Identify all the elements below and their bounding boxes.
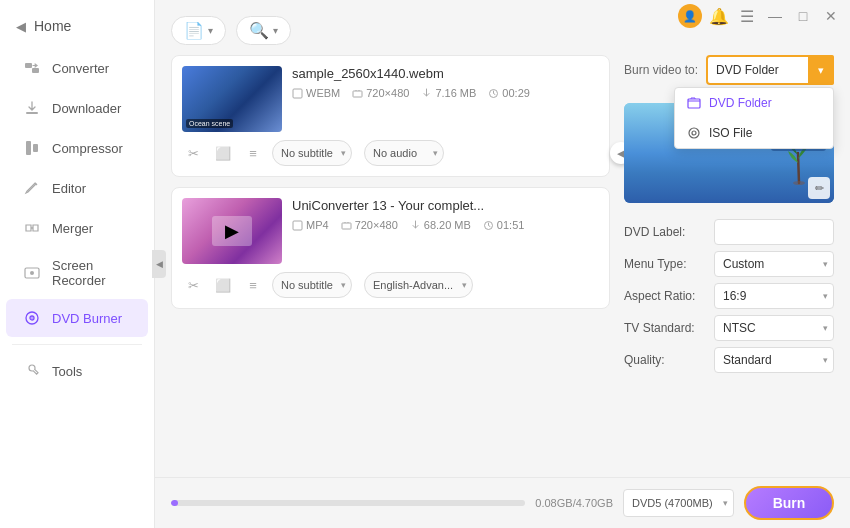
crop-icon-2[interactable]: ⬜ (212, 274, 234, 296)
file-meta-1: WEBM 720×480 7.16 MB (292, 87, 599, 99)
add-chapter-icon: 🔍 (249, 21, 269, 40)
file-card-bottom-2: ✂ ⬜ ≡ No subtitle English-Advan... (182, 272, 599, 298)
maximize-button[interactable]: □ (792, 5, 814, 27)
dropdown-item-iso-file[interactable]: ISO File (675, 118, 833, 148)
menu-icon[interactable]: ☰ (736, 5, 758, 27)
effects-icon-1[interactable]: ≡ (242, 142, 264, 164)
disc-select[interactable]: DVD5 (4700MB) DVD9 (8500MB) (623, 489, 734, 517)
quality-row: Quality: Standard High Low (624, 347, 834, 373)
disc-select-wrapper: DVD5 (4700MB) DVD9 (8500MB) (623, 489, 734, 517)
aspect-ratio-row: Aspect Ratio: 16:9 4:3 (624, 283, 834, 309)
sidebar-item-screen-recorder[interactable]: Screen Recorder (6, 249, 148, 297)
add-file-button[interactable]: 📄 ▾ (171, 16, 226, 45)
file-size-2: 68.20 MB (410, 219, 471, 231)
cut-icon-1[interactable]: ✂ (182, 142, 204, 164)
sidebar-item-dvd-burner[interactable]: DVD Burner (6, 299, 148, 337)
sidebar-item-editor-label: Editor (52, 181, 86, 196)
sidebar-item-merger-label: Merger (52, 221, 93, 236)
crop-icon-1[interactable]: ⬜ (212, 142, 234, 164)
sidebar-item-downloader[interactable]: Downloader (6, 89, 148, 127)
file-format-2: MP4 (292, 219, 329, 231)
sidebar-item-converter[interactable]: Converter (6, 49, 148, 87)
home-button[interactable]: ◀ Home (0, 10, 154, 42)
tools-icon (22, 361, 42, 381)
svg-rect-0 (25, 63, 32, 68)
sidebar-item-compressor[interactable]: Compressor (6, 129, 148, 167)
user-icon[interactable]: 👤 (678, 4, 702, 28)
sidebar-item-tools[interactable]: Tools (6, 352, 148, 390)
tv-standard-select[interactable]: NTSC PAL (714, 315, 834, 341)
file-name-1: sample_2560x1440.webm (292, 66, 599, 81)
svg-rect-10 (293, 89, 302, 98)
add-file-icon: 📄 (184, 21, 204, 40)
sidebar-collapse-button[interactable]: ◀ (152, 250, 166, 278)
add-chapter-dropdown-icon: ▾ (273, 25, 278, 36)
quality-label: Quality: (624, 353, 665, 367)
aspect-ratio-label: Aspect Ratio: (624, 289, 695, 303)
screen-recorder-icon (22, 263, 42, 283)
svg-rect-16 (688, 99, 700, 108)
sidebar-item-dvd-burner-label: DVD Burner (52, 311, 122, 326)
file-duration-2: 01:51 (483, 219, 525, 231)
subtitle-select-1[interactable]: No subtitle (272, 140, 352, 166)
compressor-icon (22, 138, 42, 158)
svg-rect-2 (26, 112, 38, 114)
bell-icon[interactable]: 🔔 (708, 5, 730, 27)
svg-rect-3 (26, 141, 31, 155)
size-label: 0.08GB/4.70GB (535, 497, 613, 509)
audio-select-1[interactable]: No audio (364, 140, 444, 166)
burn-to-select-wrapper: DVD Folder ISO File ▾ (706, 55, 834, 85)
file-size-1: 7.16 MB (421, 87, 476, 99)
file-info-2: UniConverter 13 - Your complet... MP4 72… (292, 198, 599, 264)
burn-button[interactable]: Burn (744, 486, 834, 520)
sidebar-item-editor[interactable]: Editor (6, 169, 148, 207)
subtitle-select-2[interactable]: No subtitle (272, 272, 352, 298)
cut-icon-2[interactable]: ✂ (182, 274, 204, 296)
dropdown-item-iso-file-label: ISO File (709, 126, 752, 140)
right-panel: Burn video to: DVD Folder ISO File ▾ DVD… (624, 55, 834, 467)
dropdown-item-dvd-folder[interactable]: DVD Folder (675, 88, 833, 118)
svg-rect-11 (353, 91, 362, 97)
back-arrow-icon: ◀ (16, 19, 26, 34)
svg-rect-13 (293, 221, 302, 230)
aspect-ratio-select[interactable]: 16:9 4:3 (714, 283, 834, 309)
effects-icon-2[interactable]: ≡ (242, 274, 264, 296)
svg-rect-1 (32, 68, 39, 73)
file-card-top-2: ▶ UniConverter 13 - Your complet... MP4 (182, 198, 599, 264)
audio-select-wrapper-1: No audio (364, 140, 444, 166)
dvd-label-input[interactable] (714, 219, 834, 245)
file-format-1: WEBM (292, 87, 340, 99)
audio-select-2[interactable]: English-Advan... (364, 272, 473, 298)
burn-to-label: Burn video to: (624, 63, 698, 77)
aspect-ratio-select-wrapper: 16:9 4:3 (714, 283, 834, 309)
dvd-label-row: DVD Label: (624, 219, 834, 245)
svg-point-9 (31, 317, 33, 319)
burn-to-container: Burn video to: DVD Folder ISO File ▾ DVD… (624, 55, 834, 85)
dvd-label-input-wrapper (714, 219, 834, 245)
dvd-burner-icon (22, 308, 42, 328)
quality-select[interactable]: Standard High Low (714, 347, 834, 373)
preview-edit-button[interactable]: ✏ (808, 177, 830, 199)
file-card-top-1: Ocean scene sample_2560x1440.webm WEBM (182, 66, 599, 132)
sidebar-divider (12, 344, 142, 345)
add-chapter-button[interactable]: 🔍 ▾ (236, 16, 291, 45)
file-resolution-1: 720×480 (352, 87, 409, 99)
progress-bar-fill (171, 500, 178, 506)
svg-point-17 (689, 128, 699, 138)
svg-point-6 (30, 271, 34, 275)
bottom-bar: 0.08GB/4.70GB DVD5 (4700MB) DVD9 (8500MB… (155, 477, 850, 528)
dropdown-item-dvd-folder-label: DVD Folder (709, 96, 772, 110)
menu-type-select[interactable]: Custom Classic Modern (714, 251, 834, 277)
minimize-button[interactable]: — (764, 5, 786, 27)
window-controls: 👤 🔔 ☰ — □ ✕ (678, 4, 842, 28)
file-list: Ocean scene sample_2560x1440.webm WEBM (171, 55, 610, 467)
file-card-2: ▶ UniConverter 13 - Your complet... MP4 (171, 187, 610, 309)
file-card-bottom-1: ✂ ⬜ ≡ No subtitle No audio (182, 140, 599, 166)
sidebar-item-downloader-label: Downloader (52, 101, 121, 116)
burn-to-dropdown: DVD Folder ISO File (674, 87, 834, 149)
downloader-icon (22, 98, 42, 118)
close-button[interactable]: ✕ (820, 5, 842, 27)
file-resolution-2: 720×480 (341, 219, 398, 231)
sidebar-item-merger[interactable]: Merger (6, 209, 148, 247)
burn-to-dropdown-arrow[interactable]: ▾ (808, 55, 834, 85)
